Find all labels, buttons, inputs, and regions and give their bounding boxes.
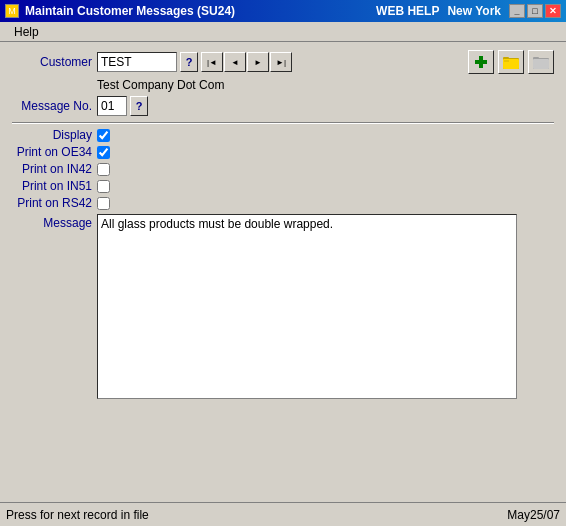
folder-icon — [532, 53, 550, 71]
main-content: Customer ? |◄ ◄ ► ►| — [0, 42, 566, 502]
new-icon — [472, 53, 490, 71]
print-rs42-label: Print on RS42 — [12, 196, 92, 210]
status-bar: Press for next record in file May25/07 — [0, 502, 566, 526]
customer-help-button[interactable]: ? — [180, 52, 198, 72]
nav-next-button[interactable]: ► — [247, 52, 269, 72]
print-in42-checkbox[interactable] — [97, 163, 110, 176]
customer-label: Customer — [12, 55, 92, 69]
print-rs42-checkbox[interactable] — [97, 197, 110, 210]
nav-first-button[interactable]: |◄ — [201, 52, 223, 72]
print-oe34-checkbox[interactable] — [97, 146, 110, 159]
status-left-text: Press for next record in file — [6, 508, 149, 522]
company-name: Test Company Dot Com — [97, 78, 554, 92]
folder-button[interactable] — [528, 50, 554, 74]
menu-help[interactable]: Help — [8, 24, 45, 40]
toolbar-icons — [468, 50, 554, 74]
print-oe34-label: Print on OE34 — [12, 145, 92, 159]
customer-input[interactable] — [97, 52, 177, 72]
svg-rect-9 — [533, 59, 549, 69]
print-in51-label: Print on IN51 — [12, 179, 92, 193]
status-right-text: May25/07 — [507, 508, 560, 522]
message-textarea[interactable]: All glass products must be double wrappe… — [97, 214, 517, 399]
svg-rect-6 — [504, 60, 509, 62]
print-in42-checkbox-row: Print on IN42 — [12, 162, 554, 176]
nav-buttons: |◄ ◄ ► ►| — [201, 52, 292, 72]
app-icon: M — [5, 4, 19, 18]
print-in51-checkbox-row: Print on IN51 — [12, 179, 554, 193]
location-label: New York — [447, 4, 501, 18]
message-no-help-button[interactable]: ? — [130, 96, 148, 116]
message-no-label: Message No. — [12, 99, 92, 113]
message-no-input[interactable] — [97, 96, 127, 116]
print-in42-label: Print on IN42 — [12, 162, 92, 176]
print-oe34-checkbox-row: Print on OE34 — [12, 145, 554, 159]
nav-last-button[interactable]: ►| — [270, 52, 292, 72]
display-checkbox-row: Display — [12, 128, 554, 142]
window-title: Maintain Customer Messages (SU24) — [25, 4, 235, 18]
nav-prev-button[interactable]: ◄ — [224, 52, 246, 72]
new-record-button[interactable] — [468, 50, 494, 74]
display-label: Display — [12, 128, 92, 142]
title-bar: M Maintain Customer Messages (SU24) WEB … — [0, 0, 566, 22]
print-rs42-checkbox-row: Print on RS42 — [12, 196, 554, 210]
web-help-label[interactable]: WEB HELP — [376, 4, 439, 18]
display-checkbox[interactable] — [97, 129, 110, 142]
menu-bar: Help — [0, 22, 566, 42]
message-no-row: Message No. ? — [12, 96, 554, 116]
message-label: Message — [12, 214, 92, 230]
minimize-button[interactable]: _ — [509, 4, 525, 18]
svg-rect-2 — [475, 60, 487, 64]
maximize-button[interactable]: □ — [527, 4, 543, 18]
customer-row: Customer ? |◄ ◄ ► ►| — [12, 50, 554, 74]
folder-open-icon — [502, 53, 520, 71]
close-button[interactable]: ✕ — [545, 4, 561, 18]
separator — [12, 122, 554, 124]
open-folder-button[interactable] — [498, 50, 524, 74]
message-row: Message All glass products must be doubl… — [12, 214, 554, 399]
print-in51-checkbox[interactable] — [97, 180, 110, 193]
